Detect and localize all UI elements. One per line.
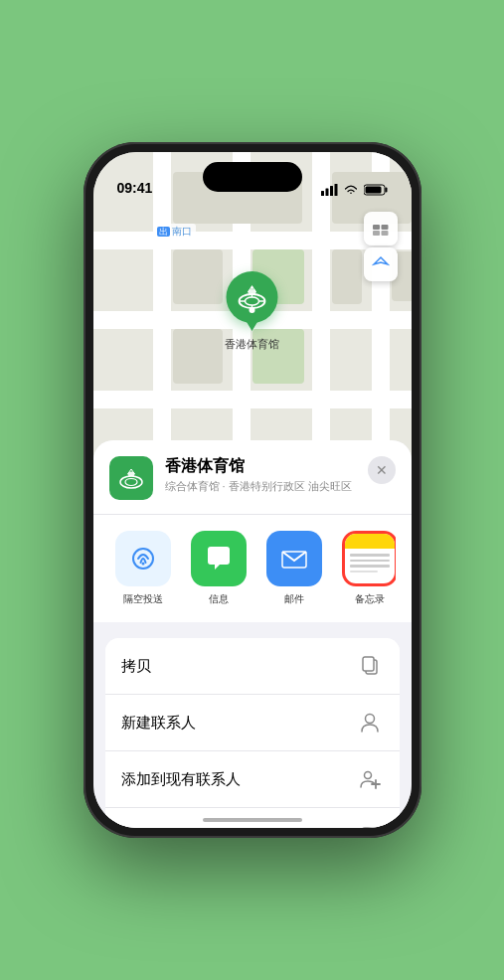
person-symbol-icon	[359, 712, 381, 734]
messages-label: 信息	[209, 592, 229, 606]
svg-rect-6	[365, 187, 381, 194]
venue-subtitle: 综合体育馆 · 香港特别行政区 油尖旺区	[165, 479, 356, 494]
home-indicator	[203, 818, 302, 822]
add-contact-icon	[356, 765, 384, 793]
notes-label: 备忘录	[355, 592, 385, 606]
quick-note-symbol-icon	[359, 825, 381, 828]
map-label-text: 南口	[172, 226, 192, 237]
status-time: 09:41	[117, 180, 153, 196]
dynamic-island	[203, 162, 302, 192]
mail-symbol-icon	[277, 542, 311, 575]
svg-rect-0	[321, 191, 324, 196]
wifi-icon	[343, 184, 359, 196]
svg-point-12	[246, 297, 259, 305]
airdrop-label: 隔空投送	[123, 592, 163, 606]
phone-frame: 09:41	[84, 142, 421, 838]
action-add-existing-label: 添加到现有联系人	[121, 770, 241, 789]
new-contact-icon	[356, 709, 384, 736]
svg-rect-5	[385, 188, 387, 193]
svg-rect-1	[325, 189, 328, 197]
signal-icon	[321, 184, 338, 196]
share-item-messages[interactable]: 信息	[185, 531, 252, 606]
messages-icon	[191, 531, 247, 586]
pin-circle	[227, 271, 278, 323]
quick-note-icon	[356, 822, 384, 828]
map-layers-icon	[372, 220, 390, 238]
share-item-airdrop[interactable]: 隔空投送	[109, 531, 177, 606]
svg-point-20	[125, 479, 137, 486]
map-controls	[364, 212, 398, 281]
location-button[interactable]	[364, 247, 398, 281]
location-arrow-icon	[372, 255, 390, 273]
share-row: 隔空投送 信息	[109, 515, 396, 622]
venue-stadium-icon	[117, 466, 145, 490]
map-view-toggle[interactable]	[364, 212, 398, 245]
airdrop-symbol-icon	[127, 543, 159, 574]
battery-icon	[364, 184, 388, 196]
svg-rect-3	[334, 184, 337, 196]
venue-header: 香港体育馆 综合体育馆 · 香港特别行政区 油尖旺区 ✕	[109, 456, 396, 514]
action-add-existing[interactable]: 添加到现有联系人	[105, 751, 400, 808]
person-add-symbol-icon	[359, 768, 381, 790]
svg-rect-9	[373, 231, 380, 236]
action-copy-label: 拷贝	[121, 657, 151, 676]
venue-name: 香港体育馆	[165, 456, 356, 477]
airdrop-icon	[115, 531, 171, 586]
close-button[interactable]: ✕	[368, 456, 396, 484]
action-list-container: 拷贝 新建联系人	[93, 622, 412, 828]
mail-label: 邮件	[284, 592, 304, 606]
svg-rect-10	[381, 231, 388, 236]
map-label: 出 南口	[153, 224, 197, 240]
svg-rect-8	[381, 225, 388, 230]
action-quick-note-label: 添加到新快速备忘录	[121, 827, 255, 829]
venue-pin: 香港体育馆	[225, 271, 279, 352]
svg-rect-7	[373, 225, 380, 230]
phone-screen: 09:41	[93, 152, 412, 828]
svg-rect-2	[330, 186, 333, 196]
action-list: 拷贝 新建联系人	[105, 638, 400, 828]
notes-icon	[342, 531, 396, 586]
pin-label: 香港体育馆	[225, 337, 279, 352]
copy-icon	[356, 652, 384, 680]
pin-dot	[250, 307, 255, 313]
map-label-prefix: 出	[157, 227, 170, 237]
action-add-contact[interactable]: 新建联系人	[105, 695, 400, 751]
svg-point-19	[120, 476, 142, 488]
action-add-contact-label: 新建联系人	[121, 714, 196, 733]
status-icons	[321, 184, 388, 196]
venue-icon	[109, 456, 153, 500]
share-item-notes[interactable]: 备忘录	[336, 531, 396, 606]
svg-point-23	[141, 563, 144, 566]
messages-symbol-icon	[202, 542, 236, 575]
svg-rect-28	[363, 657, 374, 671]
sheet-handle-area: 香港体育馆 综合体育馆 · 香港特别行政区 油尖旺区 ✕	[93, 440, 412, 622]
svg-point-29	[365, 715, 374, 724]
share-item-mail[interactable]: 邮件	[260, 531, 328, 606]
copy-symbol-icon	[359, 655, 381, 677]
venue-info: 香港体育馆 综合体育馆 · 香港特别行政区 油尖旺区	[165, 456, 356, 494]
bottom-sheet: 香港体育馆 综合体育馆 · 香港特别行政区 油尖旺区 ✕	[93, 440, 412, 828]
action-copy[interactable]: 拷贝	[105, 638, 400, 695]
mail-icon	[266, 531, 322, 586]
svg-point-30	[364, 772, 371, 779]
